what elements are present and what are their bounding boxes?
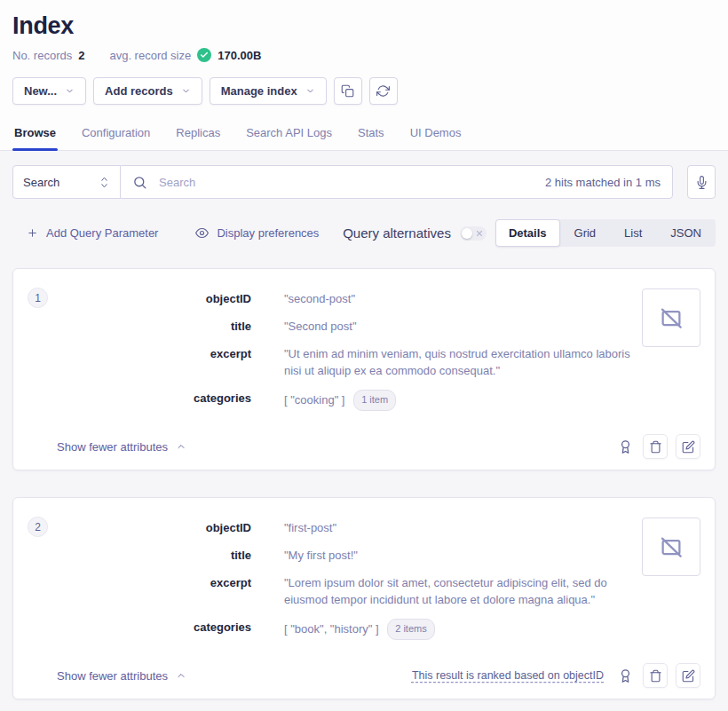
field-value: "first-post"	[251, 519, 336, 536]
tab-browse[interactable]: Browse	[12, 119, 58, 150]
check-circle-icon	[197, 48, 211, 62]
delete-record-button[interactable]	[643, 663, 668, 688]
field-key: excerpt	[63, 574, 251, 591]
field-key: title	[63, 547, 251, 564]
award-ribbon-icon	[618, 439, 633, 454]
query-alternatives-label: Query alternatives	[343, 225, 451, 241]
chevron-down-icon	[181, 86, 191, 96]
field-row-title: title "Second post"	[63, 318, 640, 335]
field-key: categories	[63, 390, 251, 407]
microphone-icon	[695, 176, 708, 189]
array-count-badge: 2 items	[387, 619, 434, 640]
edit-record-button[interactable]	[676, 434, 700, 459]
hits-info: 2 hits matched in 1 ms	[545, 176, 661, 189]
show-fewer-attributes-button[interactable]: Show fewer attributes	[57, 440, 186, 454]
field-row-categories: categories [ "cooking" ] 1 item	[63, 390, 640, 411]
edit-icon	[682, 669, 695, 683]
search-mode-select[interactable]: Search	[12, 165, 121, 199]
field-value: "Ut enim ad minim veniam, quis nostrud e…	[251, 345, 639, 379]
avg-record-size-label: avg. record size	[109, 49, 191, 62]
toggle-knob	[462, 228, 472, 239]
field-key: categories	[63, 619, 251, 636]
view-json-button[interactable]: JSON	[656, 220, 716, 246]
search-icon	[132, 175, 147, 190]
index-header: Index No. records 2 avg. record size 170…	[0, 0, 728, 151]
page-title: Index	[12, 12, 716, 40]
view-details-button[interactable]: Details	[495, 219, 560, 247]
field-row-excerpt: excerpt "Ut enim ad minim veniam, quis n…	[63, 345, 640, 379]
field-row-categories: categories [ "book", "history" ] 2 items	[63, 619, 640, 640]
toggle-x-icon	[475, 229, 484, 238]
award-ribbon-icon	[618, 668, 633, 683]
new-button[interactable]: New...	[12, 77, 86, 105]
view-switcher: Details Grid List JSON	[495, 219, 716, 247]
field-value: "My first post!"	[251, 547, 358, 564]
tab-replicas[interactable]: Replicas	[174, 119, 222, 150]
manage-index-button[interactable]: Manage index	[210, 77, 327, 105]
record-position-badge: 1	[28, 288, 48, 308]
add-records-button-label: Add records	[105, 84, 173, 98]
display-preferences-button[interactable]: Display preferences	[195, 226, 319, 240]
delete-record-button[interactable]	[643, 434, 668, 459]
view-list-button[interactable]: List	[610, 220, 656, 246]
field-value-text: [ "cooking" ]	[284, 393, 345, 407]
tab-search-api-logs[interactable]: Search API Logs	[244, 119, 334, 150]
add-records-button[interactable]: Add records	[93, 77, 202, 105]
chevron-down-icon	[305, 86, 315, 96]
browse-toolbar: Add Query Parameter Display preferences …	[12, 219, 716, 247]
eye-icon	[195, 226, 209, 240]
search-bar: Search 2 hits matched in 1 ms	[12, 165, 716, 199]
tab-configuration[interactable]: Configuration	[80, 119, 152, 150]
field-row-objectid: objectID "second-post"	[63, 290, 640, 307]
field-row-title: title "My first post!"	[63, 547, 640, 564]
chevron-down-icon	[65, 86, 75, 96]
chevron-up-down-icon	[99, 176, 110, 189]
search-input[interactable]	[157, 175, 535, 190]
records-count-label: No. records	[12, 49, 72, 62]
chevron-up-icon	[176, 670, 186, 681]
record-position-badge: 2	[28, 517, 48, 537]
chevron-up-icon	[176, 441, 186, 452]
field-value: [ "cooking" ] 1 item	[251, 390, 396, 411]
show-fewer-attributes-button[interactable]: Show fewer attributes	[57, 669, 186, 683]
field-key: title	[63, 318, 251, 335]
ranking-info-button[interactable]	[616, 667, 635, 685]
refresh-icon	[376, 84, 390, 98]
tab-stats[interactable]: Stats	[356, 119, 386, 150]
copy-icon	[341, 84, 354, 98]
show-fewer-attributes-label: Show fewer attributes	[57, 669, 168, 683]
plus-icon	[27, 227, 38, 239]
field-value: [ "book", "history" ] 2 items	[251, 619, 435, 640]
avg-record-size-value: 170.00B	[218, 49, 261, 62]
display-preferences-label: Display preferences	[217, 226, 319, 240]
manage-index-button-label: Manage index	[221, 84, 297, 98]
query-alternatives-toggle[interactable]	[460, 226, 487, 241]
search-input-wrap: 2 hits matched in 1 ms	[120, 165, 673, 199]
voice-search-button[interactable]	[687, 165, 716, 199]
field-key: objectID	[63, 290, 251, 307]
field-value: "second-post"	[251, 290, 355, 307]
field-row-excerpt: excerpt "Lorem ipsum dolor sit amet, con…	[63, 574, 640, 608]
browse-panel: Search 2 hits matched in 1 ms Add Query …	[0, 151, 728, 711]
index-stats: No. records 2 avg. record size 170.00B	[12, 48, 716, 62]
tab-ui-demos[interactable]: UI Demos	[408, 119, 463, 150]
record-card: 2 objectID "first-post" title "My first …	[12, 497, 716, 699]
show-fewer-attributes-label: Show fewer attributes	[57, 440, 168, 454]
index-actions: New... Add records Manage index	[12, 77, 716, 105]
field-value: "Lorem ipsum dolor sit amet, consectetur…	[251, 574, 639, 608]
field-key: excerpt	[63, 345, 251, 362]
no-image-icon	[658, 304, 684, 331]
field-value: "Second post"	[251, 318, 357, 335]
ranking-info-button[interactable]	[616, 438, 635, 456]
new-button-label: New...	[24, 84, 57, 98]
no-image-placeholder	[642, 288, 700, 347]
copy-index-button[interactable]	[334, 77, 362, 105]
view-grid-button[interactable]: Grid	[560, 220, 611, 246]
edit-record-button[interactable]	[676, 663, 700, 688]
no-image-placeholder	[642, 517, 700, 576]
record-card: 1 objectID "second-post" title "Second p…	[12, 268, 716, 470]
add-query-parameter-button[interactable]: Add Query Parameter	[27, 226, 158, 240]
records-count-value: 2	[78, 49, 84, 62]
refresh-button[interactable]	[369, 77, 398, 105]
ranking-note[interactable]: This result is ranked based on objectID	[412, 669, 604, 682]
